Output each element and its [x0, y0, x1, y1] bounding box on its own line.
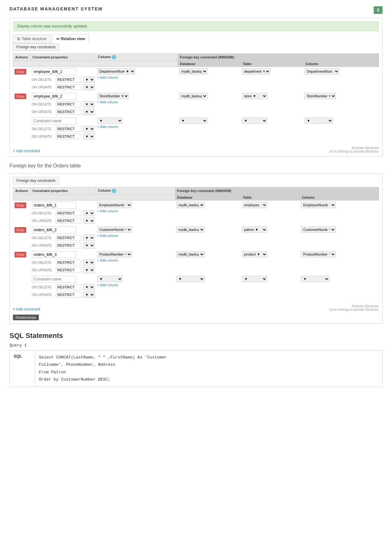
constraint-name-input-3[interactable] [32, 117, 76, 124]
on-delete-label-1: ON DELETE [32, 78, 54, 81]
sql-line4: Order by CustomerNumber DESC; [39, 377, 110, 382]
add-constraint-link[interactable]: + Add constraint [13, 149, 40, 153]
fk-db-select-o3[interactable]: mydb_backup ▼ [176, 251, 205, 257]
fk-table-select-o4[interactable]: ▼ [242, 276, 267, 282]
drop-btn-o1[interactable]: Drop [15, 202, 27, 208]
fk-table-select-1[interactable]: department ▼ [242, 68, 270, 75]
orders-fk-section: Foreign key constraints Actions Constrai… [9, 173, 383, 324]
fk-db-select-2[interactable]: mydb_backup ▼ [179, 93, 208, 99]
on-update-select-3[interactable]: ▼ [83, 133, 95, 140]
drop-btn-2[interactable]: Drop [15, 93, 27, 99]
column-info-icon[interactable]: i [112, 55, 116, 59]
on-delete-input-o1[interactable] [56, 210, 81, 216]
on-update-select-2[interactable]: ▼ [83, 109, 95, 115]
add-column-link-2[interactable]: + Add column [97, 100, 177, 104]
fk-col-select-o4[interactable]: ▼ [301, 276, 329, 282]
on-update-select-1[interactable]: ▼ [83, 84, 95, 90]
activate-windows-sub-2: Go to Settings to activate Windows. [329, 308, 379, 311]
fk-table-select-2[interactable]: store ▼ [242, 93, 267, 99]
on-update-input-2[interactable] [56, 109, 81, 115]
column-select-1[interactable]: DepartmentNum ▼ [97, 68, 135, 75]
fk-col-select-2[interactable]: StoreNumber ▼ [305, 93, 336, 99]
constraint-name-input-1[interactable] [32, 68, 76, 75]
fk-db-select-1[interactable]: mydb_backup ▼ [179, 68, 208, 75]
on-delete-select-o2[interactable]: ▼ [83, 235, 95, 241]
on-update-input-o1[interactable] [56, 218, 81, 224]
add-column-link-o3[interactable]: + Add column [97, 258, 174, 262]
fk-db-select-o1[interactable]: mydb_backup ▼ [176, 202, 205, 208]
sql-label: SQL [10, 351, 35, 387]
on-update-select-o1[interactable]: ▼ [83, 218, 95, 224]
on-delete-input-2[interactable] [56, 101, 81, 107]
column-select-3[interactable]: ▼ [97, 117, 123, 124]
fk-table-select-o1[interactable]: employee ▼ [242, 202, 267, 208]
column-select-2[interactable]: StoreNumber ▼ [97, 93, 129, 99]
add-column-link-1[interactable]: + Add column [97, 75, 177, 79]
tab-table-structure[interactable]: ⊞ Table structure [13, 34, 51, 43]
constraint-name-input-o4[interactable] [32, 276, 76, 283]
fk-col-select-o1[interactable]: EmployeeNumb ▼ [301, 202, 336, 208]
on-delete-input-o3[interactable] [56, 260, 81, 265]
constraint-name-input-o1[interactable] [32, 202, 76, 209]
add-column-link-o1[interactable]: + Add column [97, 209, 174, 213]
tab-relation-view[interactable]: ⇔ Relation view [52, 34, 89, 43]
on-delete-select-o1[interactable]: ▼ [83, 210, 95, 216]
orders-constraint-row-1: Drop ON DELETE ▼ ON UPDATE ▼ [13, 201, 379, 226]
drop-btn-o3[interactable]: Drop [15, 252, 27, 257]
constraint-row-1: Drop ON DELETE ▼ ON UPDATE ▼ [13, 67, 379, 92]
on-delete-select-3[interactable]: ▼ [83, 126, 95, 132]
column-select-o1[interactable]: EmployeeNumb ▼ [97, 202, 132, 208]
header-actions-2: Actions [13, 187, 31, 195]
on-delete-select-1[interactable]: ▼ [83, 76, 95, 83]
fk-db-select-3[interactable]: ▼ [179, 117, 208, 124]
header-fk-innodb: Foreign key constraint (INNODB) [178, 54, 379, 61]
on-update-input-1[interactable] [56, 84, 81, 90]
on-delete-select-2[interactable]: ▼ [83, 101, 95, 107]
fk-table-select-3[interactable]: ▼ [242, 117, 267, 124]
constraint-name-input-o3[interactable] [32, 251, 76, 258]
on-update-select-o2[interactable]: ▼ [83, 242, 95, 249]
fk-table-select-o3[interactable]: product ▼ [242, 251, 267, 257]
drop-btn-o2[interactable]: Drop [15, 227, 27, 233]
on-delete-select-o3[interactable]: ▼ [83, 259, 95, 266]
add-column-link-o2[interactable]: + Add column [97, 234, 174, 238]
on-delete-input-1[interactable] [56, 77, 81, 82]
fk-col-select-3[interactable]: ▼ [305, 117, 333, 124]
constraint-name-input-o2[interactable] [32, 226, 76, 233]
fk-db-select-o2[interactable]: mydb_backup ▼ [176, 226, 205, 233]
activate-windows-sub-1: Go to Settings to activate Windows. [329, 150, 379, 153]
on-delete-input-o4[interactable] [56, 284, 81, 290]
on-update-input-3[interactable] [56, 134, 81, 139]
drop-btn-1[interactable]: Drop [15, 69, 27, 75]
column-info-icon-2[interactable]: i [112, 189, 116, 193]
column-select-o2[interactable]: CustomerNumb ▼ [97, 226, 132, 233]
constraint-name-input-2[interactable] [32, 93, 76, 100]
fk-col-select-1[interactable]: DepartmentNum ▼ [305, 68, 339, 75]
column-select-o3[interactable]: ProductNumber ▼ [97, 251, 132, 257]
on-update-label-o2: ON UPDATE [32, 244, 54, 247]
on-update-label-o1: ON UPDATE [32, 219, 54, 223]
fk-db-select-o4[interactable]: ▼ [176, 276, 205, 282]
add-column-link-3[interactable]: + Add column [97, 125, 177, 129]
page-number: 5 [374, 6, 383, 14]
on-update-input-o3[interactable] [56, 267, 81, 273]
add-column-link-o4[interactable]: + Add column [97, 283, 174, 287]
on-update-input-o4[interactable] [56, 292, 81, 298]
page-header: DATABASE MANAGEMENT SYSTEM [9, 6, 383, 11]
fk-table-select-o2[interactable]: patron ▼ [242, 226, 267, 233]
column-select-o4[interactable]: ▼ [97, 276, 123, 282]
on-update-input-o2[interactable] [56, 243, 81, 248]
add-constraint-link-2[interactable]: + Add constraint [13, 307, 40, 311]
fk-col-select-o3[interactable]: ProductNumber ▼ [301, 251, 336, 257]
on-delete-input-o2[interactable] [56, 235, 81, 241]
on-update-label-2: ON UPDATE [32, 110, 54, 114]
fk-col-select-o2[interactable]: CustomerNumb ▼ [301, 226, 336, 233]
on-update-select-o3[interactable]: ▼ [83, 267, 95, 273]
on-delete-select-o4[interactable]: ▼ [83, 284, 95, 290]
sql-statements-section: SQL Statements Query 1 SQL Select CONCAT… [9, 332, 383, 387]
table-icon: ⊞ [17, 37, 20, 41]
relationships-bar[interactable]: Relationships [13, 315, 39, 320]
on-update-select-o4[interactable]: ▼ [83, 292, 95, 298]
tabs-bar: ⊞ Table structure ⇔ Relation view [13, 34, 379, 43]
on-delete-input-3[interactable] [56, 126, 81, 132]
